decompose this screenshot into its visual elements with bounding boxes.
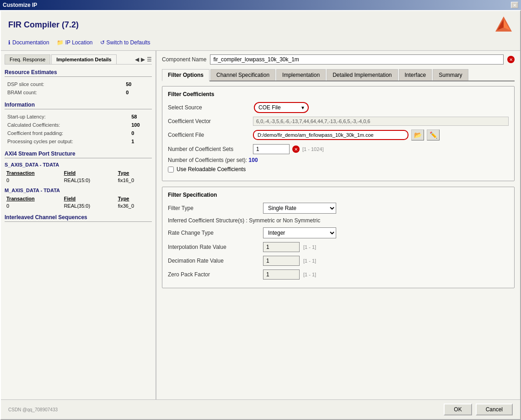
- table-row: BRAM count: 0: [5, 89, 151, 96]
- num-coeff-sets-row: Number of Coefficient Sets ✕ [1 - 1024]: [168, 144, 509, 154]
- resource-estimates-title: Resource Estimates: [5, 69, 152, 77]
- decim-rate-label: Decimation Rate Value: [168, 258, 259, 264]
- decim-rate-row: Decimation Rate Value [1 - 1]: [168, 256, 509, 266]
- ok-button[interactable]: OK: [444, 404, 472, 415]
- rate-change-label: Rate Change Type: [168, 230, 259, 236]
- ip-location-button[interactable]: 📁 IP Location: [57, 39, 93, 46]
- location-icon: 📁: [57, 39, 64, 46]
- coeff-file-browse-button[interactable]: 📂: [411, 129, 424, 140]
- refresh-icon: ↺: [100, 39, 105, 46]
- tab-summary[interactable]: Summary: [433, 69, 468, 81]
- tab-filter-options[interactable]: Filter Options: [162, 69, 209, 81]
- folder-icon: 📂: [414, 131, 422, 139]
- filter-specification-section: Filter Specification Filter Type Single …: [162, 187, 515, 288]
- select-source-row: Select Source COE File Vector ▼: [168, 102, 509, 113]
- interleaved-title: Interleaved Channel Sequences: [5, 214, 152, 222]
- coeff-file-edit-button[interactable]: ✏️: [427, 129, 440, 140]
- nav-next-icon[interactable]: ▶: [141, 56, 145, 63]
- decim-rate-range: [1 - 1]: [303, 258, 316, 264]
- m-axis-title: M_AXIS_DATA - TDATA: [5, 188, 152, 193]
- zero-pack-input[interactable]: [263, 269, 300, 280]
- app-title: FIR Compiler (7.2): [8, 16, 513, 34]
- content-area: Freq. Response Implementation Details ◀ …: [1, 51, 520, 399]
- filter-type-select[interactable]: Single Rate Interpolated Decimated Hilbe…: [263, 203, 336, 214]
- footer: CSDN @qq_708907433 OK Cancel: [1, 399, 520, 419]
- info-icon: ℹ: [8, 39, 11, 46]
- select-source-label: Select Source: [168, 104, 250, 111]
- rate-change-select[interactable]: Integer Fixed Fractional: [263, 227, 336, 238]
- switch-defaults-label: Switch to Defaults: [107, 39, 150, 46]
- close-button[interactable]: ✕: [511, 2, 518, 8]
- app-header: FIR Compiler (7.2) ℹ Documentation 📁 IP …: [1, 11, 520, 51]
- tab-freq-response[interactable]: Freq. Response: [5, 54, 50, 64]
- tab-implementation-details[interactable]: Implementation Details: [51, 54, 116, 64]
- table-row: Start-up Latency: 58: [5, 113, 151, 120]
- tab-interface[interactable]: Interface: [399, 69, 432, 81]
- use-reloadable-row: Use Reloadable Coefficients: [168, 166, 509, 172]
- cancel-button[interactable]: Cancel: [476, 404, 513, 415]
- num-coeff-sets-label: Number of Coefficient Sets: [168, 146, 250, 152]
- tab-channel-specification[interactable]: Channel Specification: [210, 69, 275, 81]
- s-axis-title: S_AXIS_DATA - TDATA: [5, 162, 152, 167]
- num-coeff-sets-input[interactable]: [253, 144, 290, 154]
- toolbar: ℹ Documentation 📁 IP Location ↺ Switch t…: [8, 38, 513, 48]
- coeff-vector-input[interactable]: [253, 117, 509, 126]
- tab-detailed-implementation[interactable]: Detailed Implementation: [327, 69, 397, 81]
- decim-rate-input[interactable]: [263, 256, 300, 266]
- interp-rate-row: Interpolation Rate Value [1 - 1]: [168, 242, 509, 252]
- zero-pack-row: Zero Pack Factor [1 - 1]: [168, 269, 509, 280]
- coeff-file-input[interactable]: [253, 130, 408, 140]
- table-row: 0 REAL(15:0) fix16_0: [5, 177, 152, 184]
- interp-rate-input[interactable]: [263, 242, 300, 252]
- tab-implementation[interactable]: Implementation: [276, 69, 326, 81]
- watermark: CSDN @qq_708907433: [8, 407, 440, 412]
- table-row: DSP slice count: 50: [5, 81, 151, 88]
- coeff-file-row: Coefficient File 📂 ✏️: [168, 129, 509, 140]
- edit-icon: ✏️: [430, 131, 437, 139]
- window-title: Customize IP: [3, 2, 37, 8]
- inferred-text: Inferred Coefficient Structure(s) : Symm…: [168, 217, 509, 224]
- num-coeffs-per-set-label: Number of Coefficients (per set):: [168, 157, 247, 163]
- use-reloadable-label: Use Reloadable Coefficients: [177, 166, 246, 172]
- coeff-vector-row: Coefficient Vector: [168, 117, 509, 126]
- main-window: FIR Compiler (7.2) ℹ Documentation 📁 IP …: [0, 10, 521, 420]
- num-coeff-sets-clear-button[interactable]: ✕: [292, 145, 300, 153]
- num-coeff-sets-range: [1 - 1024]: [302, 146, 323, 152]
- filter-type-row: Filter Type Single Rate Interpolated Dec…: [168, 203, 509, 214]
- s-axis-table: Transaction Field Type 0 REAL(15:0) fix1…: [5, 169, 152, 184]
- left-panel: Freq. Response Implementation Details ◀ …: [1, 51, 156, 399]
- num-coeffs-per-set-value: 100: [249, 157, 258, 163]
- m-axis-table: Transaction Field Type 0 REAL(35:0) fix3…: [5, 195, 152, 210]
- filter-specification-title: Filter Specification: [168, 192, 509, 198]
- table-row: Calculated Coefficients: 100: [5, 121, 151, 129]
- filter-coefficients-title: Filter Coefficients: [168, 91, 509, 97]
- table-row: 0 REAL(35:0) fix36_0: [5, 202, 152, 210]
- app-title-text: FIR Compiler (7.2): [8, 20, 79, 30]
- component-name-input[interactable]: [210, 54, 504, 65]
- tabs-bar: Filter Options Channel Specification Imp…: [162, 69, 515, 81]
- select-source-wrapper: COE File Vector ▼: [254, 102, 309, 113]
- component-name-label: Component Name: [162, 56, 206, 63]
- select-source-select[interactable]: COE File Vector: [254, 102, 309, 113]
- use-reloadable-checkbox[interactable]: [168, 167, 174, 172]
- filter-type-label: Filter Type: [168, 205, 259, 211]
- information-table: Start-up Latency: 58 Calculated Coeffici…: [5, 112, 152, 146]
- resource-estimates-table: DSP slice count: 50 BRAM count: 0: [5, 80, 152, 97]
- interp-rate-range: [1 - 1]: [303, 244, 316, 250]
- right-panel: Component Name ✕ Filter Options Channel …: [156, 51, 520, 399]
- interp-rate-label: Interpolation Rate Value: [168, 244, 259, 250]
- switch-defaults-button[interactable]: ↺ Switch to Defaults: [100, 39, 150, 46]
- component-name-row: Component Name ✕: [162, 54, 515, 65]
- panel-tab-nav: ◀ ▶ ☰: [135, 56, 152, 63]
- component-name-clear-button[interactable]: ✕: [507, 56, 515, 63]
- table-row: Processing cycles per output: 1: [5, 138, 151, 145]
- documentation-button[interactable]: ℹ Documentation: [8, 39, 49, 46]
- table-row: Coefficient front padding: 0: [5, 129, 151, 137]
- panel-tabs: Freq. Response Implementation Details ◀ …: [5, 54, 152, 65]
- rate-change-row: Rate Change Type Integer Fixed Fractiona…: [168, 227, 509, 238]
- documentation-label: Documentation: [12, 39, 49, 46]
- ip-location-label: IP Location: [65, 39, 93, 46]
- filter-coefficients-section: Filter Coefficients Select Source COE Fi…: [162, 86, 515, 181]
- nav-prev-icon[interactable]: ◀: [135, 56, 139, 63]
- nav-menu-icon[interactable]: ☰: [147, 56, 152, 63]
